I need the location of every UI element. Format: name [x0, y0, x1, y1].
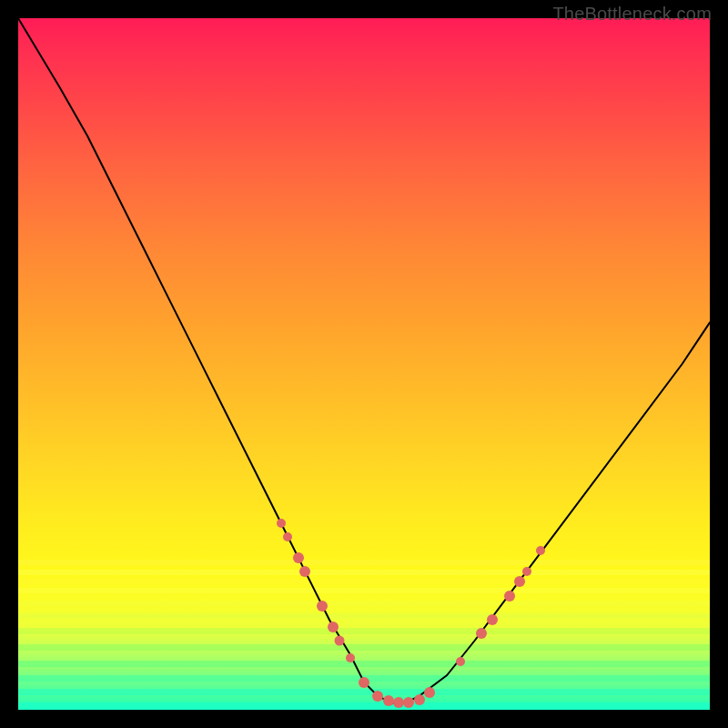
marker-dot: [317, 601, 328, 612]
marker-dot: [424, 687, 435, 698]
marker-dot: [372, 691, 383, 702]
marker-dot: [335, 636, 345, 646]
marker-dot: [456, 657, 465, 666]
marker-dot: [414, 694, 425, 705]
marker-dot: [536, 546, 545, 555]
marker-dot: [383, 695, 394, 706]
marker-dot: [403, 697, 414, 708]
marker-dot: [476, 628, 487, 639]
watermark-text: TheBottleneck.com: [552, 4, 712, 25]
plot-area: [18, 18, 710, 710]
marker-dot: [346, 653, 355, 662]
marker-dot: [522, 567, 531, 576]
marker-dot: [514, 576, 525, 587]
marker-dot: [293, 552, 304, 563]
marker-dot: [277, 519, 286, 528]
marker-dot: [283, 532, 292, 541]
marker-dot: [328, 622, 339, 632]
marker-dot: [359, 677, 369, 688]
marker-layer: [18, 18, 710, 710]
marker-dot: [393, 697, 404, 708]
marker-dot: [299, 566, 310, 577]
marker-dot: [487, 614, 498, 625]
marker-dot: [504, 591, 515, 602]
